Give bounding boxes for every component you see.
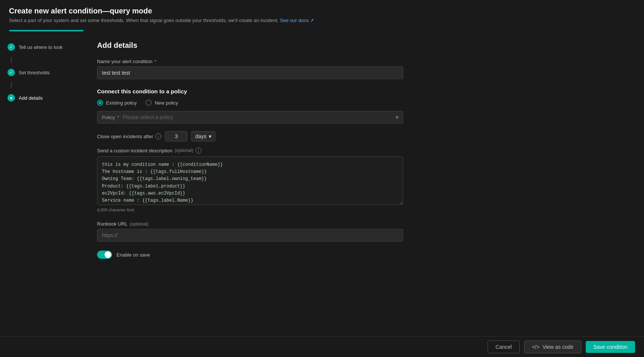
page-title: Create new alert condition—query mode (9, 7, 635, 15)
progress-bar-fill (9, 30, 84, 31)
radio-existing-circle (97, 100, 103, 106)
runbook-label: Runbook URL (optional) (97, 221, 403, 227)
policy-radio-group: Existing policy New policy (97, 100, 403, 106)
step-icon-tell-us: ✓ (7, 43, 15, 51)
days-select[interactable]: days ▾ (191, 131, 215, 142)
sidebar-step-set-thresholds[interactable]: ✓ Set thresholds (7, 69, 75, 76)
content-area: Add details Name your alert condition * … (82, 37, 418, 274)
runbook-form-group: Runbook URL (optional) (97, 221, 403, 242)
custom-description-label-text: Send a custom incident description (97, 148, 172, 153)
radio-new-policy[interactable]: New policy (146, 100, 178, 106)
custom-description-textarea[interactable]: this is my condition name : {{conditionN… (97, 156, 403, 205)
page-subtitle: Select a part of your system and set som… (9, 18, 635, 23)
connect-policy-title: Connect this condition to a policy (97, 88, 403, 94)
code-icon: </> (532, 344, 539, 350)
custom-description-optional: (optional) (175, 148, 193, 153)
sidebar: ✓ Tell us where to look ✓ Set thresholds… (0, 37, 82, 274)
name-form-group: Name your alert condition * (97, 59, 403, 79)
days-chevron-icon: ▾ (209, 133, 211, 139)
radio-new-label: New policy (155, 100, 178, 106)
close-incidents-label-text: Close open incidents after (97, 134, 153, 139)
radio-existing-policy[interactable]: Existing policy (97, 100, 137, 106)
toggle-knob (105, 251, 111, 258)
step-connector-1 (11, 57, 12, 63)
close-incidents-input[interactable] (165, 131, 187, 142)
runbook-url-input[interactable] (97, 229, 403, 242)
name-label: Name your alert condition * (97, 59, 403, 64)
sidebar-step-tell-us[interactable]: ✓ Tell us where to look (7, 43, 75, 51)
policy-label-text: Policy (102, 115, 115, 120)
name-required-asterisk: * (155, 59, 156, 64)
cancel-button[interactable]: Cancel (488, 341, 520, 353)
enable-on-save-toggle[interactable] (97, 251, 112, 259)
close-incidents-info-icon[interactable]: i (155, 133, 161, 139)
sidebar-step-label-tell-us: Tell us where to look (19, 44, 63, 50)
enable-on-save-label: Enable on save (116, 252, 150, 258)
chevron-down-icon: ▾ (396, 114, 398, 120)
radio-new-circle (146, 100, 152, 106)
connect-policy-section: Connect this condition to a policy Exist… (97, 88, 403, 124)
custom-description-info-icon[interactable]: i (196, 148, 202, 153)
view-as-code-label: View as code (542, 344, 573, 350)
save-condition-button[interactable]: Save condition (586, 341, 635, 353)
policy-asterisk: * (117, 115, 119, 120)
radio-existing-label: Existing policy (106, 100, 137, 106)
custom-description-group: Send a custom incident description (opti… (97, 148, 403, 212)
char-limit-text: 4,000 character limit (97, 208, 403, 212)
name-label-text: Name your alert condition (97, 59, 152, 64)
page-header: Create new alert condition—query mode Se… (0, 0, 644, 27)
main-layout: ✓ Tell us where to look ✓ Set thresholds… (0, 37, 644, 274)
close-incidents-row: Close open incidents after i days ▾ (97, 131, 403, 142)
docs-link-text: See our docs (280, 18, 309, 23)
close-incidents-label: Close open incidents after i (97, 133, 161, 139)
footer: Cancel </> View as code Save condition (0, 336, 644, 357)
docs-link[interactable]: See our docs ↗ (280, 18, 314, 23)
subtitle-text: Select a part of your system and set som… (9, 18, 280, 23)
enable-on-save-row: Enable on save (97, 251, 403, 259)
step-icon-add-details: ● (7, 94, 15, 102)
sidebar-step-add-details[interactable]: ● Add details (7, 94, 75, 102)
policy-select[interactable]: Policy * Please select a policy ▾ (97, 111, 403, 124)
view-as-code-button[interactable]: </> View as code (524, 341, 581, 353)
runbook-optional: (optional) (130, 221, 149, 227)
sidebar-step-label-set-thresholds: Set thresholds (19, 70, 50, 75)
policy-select-label: Policy * (102, 115, 119, 120)
step-connector-2 (11, 82, 12, 88)
section-title: Add details (97, 41, 403, 50)
runbook-label-text: Runbook URL (97, 221, 128, 227)
name-input[interactable] (97, 66, 403, 79)
policy-placeholder-text: Please select a policy (123, 114, 392, 120)
days-label: days (195, 133, 206, 139)
sidebar-step-label-add-details: Add details (19, 95, 43, 101)
custom-description-label: Send a custom incident description (opti… (97, 148, 403, 153)
progress-bar (9, 30, 84, 31)
progress-bar-container (0, 27, 644, 37)
external-link-icon: ↗ (310, 18, 314, 23)
step-icon-set-thresholds: ✓ (7, 69, 15, 76)
